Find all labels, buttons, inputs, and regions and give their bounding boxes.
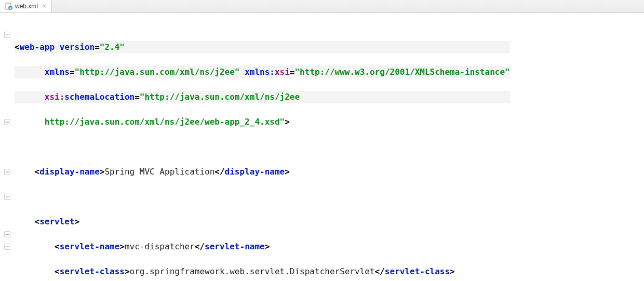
code-line: [15, 141, 510, 153]
tab-web-xml[interactable]: web.xml ×: [0, 0, 52, 12]
fold-marker[interactable]: −: [4, 169, 10, 175]
tab-bar: web.xml ×: [0, 0, 644, 13]
gutter: − − − − − −: [0, 13, 15, 281]
fold-marker[interactable]: −: [4, 194, 10, 200]
code-line: xmlns="http://java.sun.com/xml/ns/j2ee" …: [15, 66, 510, 78]
xml-file-icon: [5, 3, 12, 10]
code-line: xsi:schemaLocation="http://java.sun.com/…: [15, 91, 510, 103]
code-line: http://java.sun.com/xml/ns/j2ee/web-app_…: [15, 116, 510, 128]
fold-marker[interactable]: −: [4, 119, 10, 125]
fold-marker[interactable]: −: [4, 231, 10, 237]
fold-marker[interactable]: −: [4, 32, 10, 38]
code-line: <servlet-name>mvc-dispatcher</servlet-na…: [15, 240, 510, 253]
tab-close-icon[interactable]: ×: [43, 3, 46, 10]
tab-filename: web.xml: [15, 3, 38, 10]
code-line: <display-name>Spring MVC Application</di…: [15, 166, 510, 178]
code-area[interactable]: <web-app version="2.4" xmlns="http://jav…: [15, 13, 510, 281]
code-line: <servlet>: [15, 216, 510, 228]
code-line: [15, 191, 510, 203]
code-editor[interactable]: − − − − − − <web-app version="2.4" xmlns…: [0, 13, 644, 281]
code-line: <web-app version="2.4": [15, 41, 510, 53]
code-line: <servlet-class>org.springframework.web.s…: [15, 265, 510, 278]
fold-marker[interactable]: −: [4, 244, 10, 250]
